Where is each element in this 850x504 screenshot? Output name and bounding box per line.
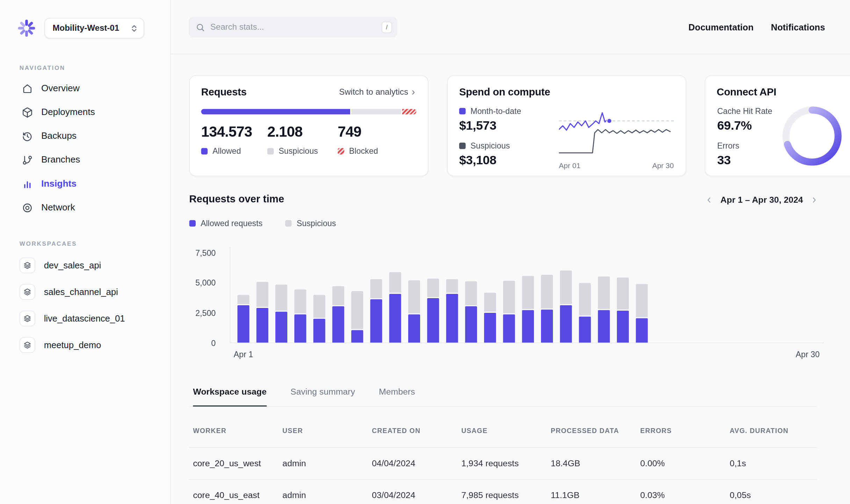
bar-group xyxy=(503,281,515,343)
legend-swatch xyxy=(338,148,344,154)
table-cell: 0.03% xyxy=(640,491,730,501)
next-period-button[interactable] xyxy=(808,194,820,206)
legend-label: Suspicious xyxy=(297,218,336,228)
workspaces-heading: WORKSPACAES xyxy=(20,240,170,247)
bar-group xyxy=(351,291,363,343)
bar-group xyxy=(313,295,325,343)
spend-dark-line xyxy=(559,130,671,153)
sidebar-item-label: Insights xyxy=(41,178,77,189)
workspace-item-label: dev_sales_api xyxy=(44,260,101,270)
chevron-right-icon xyxy=(410,89,417,96)
search-box[interactable]: / xyxy=(189,17,397,37)
legend-swatch xyxy=(189,220,196,226)
table-cell: 11.1GB xyxy=(551,491,640,501)
spend-line-chart xyxy=(559,107,674,157)
y-axis-tick: 0 xyxy=(211,339,216,347)
legend-label: Allowed requests xyxy=(201,218,262,228)
table-cell: admin xyxy=(282,491,372,501)
workspace-item-meetup_demo[interactable]: meetup_demo xyxy=(0,332,170,358)
sidebar-item-label: Branches xyxy=(41,154,80,165)
table-cell: 18.4GB xyxy=(551,459,640,468)
search-icon xyxy=(196,22,205,31)
legend-item: Suspicious xyxy=(285,218,336,228)
legend-item: Allowed requests xyxy=(189,218,262,228)
stat-label: Suspicious xyxy=(279,146,318,156)
sidebar-item-deployments[interactable]: Deployments xyxy=(0,100,170,124)
layers-icon xyxy=(20,258,35,273)
progress-segment-blocked xyxy=(403,109,417,115)
workspace-list: dev_sales_apisales_channel_apilive_datas… xyxy=(0,252,170,358)
top-links: Documentation Notifications xyxy=(689,0,825,54)
table-cell: core_20_us_west xyxy=(193,459,282,468)
column-header: USER xyxy=(282,427,372,434)
legend-swatch xyxy=(201,148,208,154)
bar-group xyxy=(522,276,534,343)
column-header: ERRORS xyxy=(640,427,730,434)
switch-to-analytics-link[interactable]: Switch to analytics xyxy=(339,87,417,97)
bar-chart-icon xyxy=(22,178,33,190)
sidebar-item-label: Overview xyxy=(41,83,80,94)
spend-card: Spend on compute Month-to-date$1,573Susp… xyxy=(447,75,686,176)
prev-period-button[interactable] xyxy=(703,194,715,206)
layers-icon xyxy=(20,311,35,326)
spend-card-title: Spend on compute xyxy=(459,86,550,98)
progress-segment-allowed xyxy=(201,109,350,115)
progress-segment-suspicious xyxy=(351,109,401,115)
workspace-item-sales_channel_api[interactable]: sales_channel_api xyxy=(0,279,170,305)
column-header: AVG. DURATION xyxy=(730,427,817,434)
home-icon xyxy=(22,83,33,94)
metric-label: Month-to-date xyxy=(470,106,521,115)
date-range-label: Apr 1 – Apr 30, 2024 xyxy=(720,195,803,205)
table-cell: 0.00% xyxy=(640,459,730,468)
requests-stats: 134.573Allowed2.108Suspicious749Blocked xyxy=(201,124,416,156)
history-icon xyxy=(22,130,33,142)
sidebar-item-backups[interactable]: Backups xyxy=(0,124,170,148)
workspace-item-live_datascience_01[interactable]: live_datascience_01 xyxy=(0,305,170,332)
spend-allowed-line xyxy=(559,113,609,130)
requests-card-title: Requests xyxy=(201,86,246,98)
stat-value: 2.108 xyxy=(267,124,338,141)
bar-group xyxy=(237,295,249,343)
stat-label: Blocked xyxy=(349,146,378,156)
bar-group xyxy=(560,271,572,343)
stat-blocked: 749Blocked xyxy=(338,124,378,156)
sidebar-item-label: Deployments xyxy=(41,107,95,118)
workspace-item-label: meetup_demo xyxy=(44,340,101,350)
documentation-link[interactable]: Documentation xyxy=(689,22,754,32)
sidebar-item-insights[interactable]: Insights xyxy=(0,172,170,196)
bar-group xyxy=(370,279,382,343)
spend-x-start: Apr 01 xyxy=(559,161,581,170)
sidebar-item-network[interactable]: Network xyxy=(0,196,170,219)
sidebar-item-branches[interactable]: Branches xyxy=(0,148,170,172)
table-body: core_20_us_westadmin04/04/20241,934 requ… xyxy=(189,448,817,504)
stat-label: Allowed xyxy=(212,146,241,156)
spend-x-end: Apr 30 xyxy=(652,161,674,170)
tab-saving-summary[interactable]: Saving summary xyxy=(290,387,355,406)
nav-list: OverviewDeploymentsBackupsBranchesInsigh… xyxy=(0,77,170,219)
git-branch-icon xyxy=(22,154,33,166)
sidebar-item-overview[interactable]: Overview xyxy=(0,77,170,100)
tab-workspace-usage[interactable]: Workspace usage xyxy=(193,387,267,406)
search-input[interactable] xyxy=(210,22,376,32)
topbar: / Documentation Notifications xyxy=(171,0,850,54)
stat-suspicious: 2.108Suspicious xyxy=(267,124,338,156)
column-header: PROCESSED DATA xyxy=(551,427,640,434)
legend-swatch xyxy=(459,108,466,114)
sidebar-item-label: Network xyxy=(41,202,75,213)
stat-value: 749 xyxy=(338,124,378,141)
bar-group xyxy=(332,286,344,343)
requests-card: Requests Switch to analytics 134.573Allo… xyxy=(189,75,428,176)
bar-group xyxy=(579,283,591,343)
table-cell: 0,1s xyxy=(730,459,817,468)
table-row: core_20_us_westadmin04/04/20241,934 requ… xyxy=(189,448,817,480)
chevron-right-icon xyxy=(810,196,819,204)
tab-members[interactable]: Members xyxy=(379,387,415,406)
bar-group xyxy=(636,284,648,343)
spend-chart: Apr 01 Apr 30 xyxy=(559,107,674,170)
search-shortcut-key: / xyxy=(382,21,392,33)
workspace-selector[interactable]: Mobility-West-01 xyxy=(44,18,144,38)
notifications-link[interactable]: Notifications xyxy=(771,22,825,32)
bar-group xyxy=(541,275,553,343)
workspace-item-dev_sales_api[interactable]: dev_sales_api xyxy=(0,252,170,279)
y-axis-labels: 02,5005,0007,500 xyxy=(179,247,222,343)
